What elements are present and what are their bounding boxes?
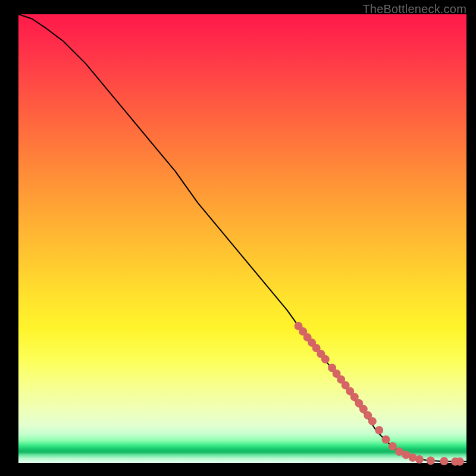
curve-layer: [18, 14, 466, 463]
svg-point-18: [382, 436, 390, 444]
curve-line: [18, 14, 466, 462]
svg-point-19: [389, 442, 397, 450]
plot-area: [18, 14, 466, 463]
svg-point-25: [440, 457, 448, 465]
svg-point-24: [427, 456, 435, 465]
svg-point-23: [415, 455, 424, 464]
highlight-dots: [295, 322, 464, 466]
svg-point-17: [375, 426, 383, 434]
chart-frame: TheBottleneck.com: [0, 0, 476, 476]
svg-point-16: [368, 417, 377, 425]
svg-point-6: [321, 355, 330, 364]
svg-point-27: [456, 458, 464, 466]
